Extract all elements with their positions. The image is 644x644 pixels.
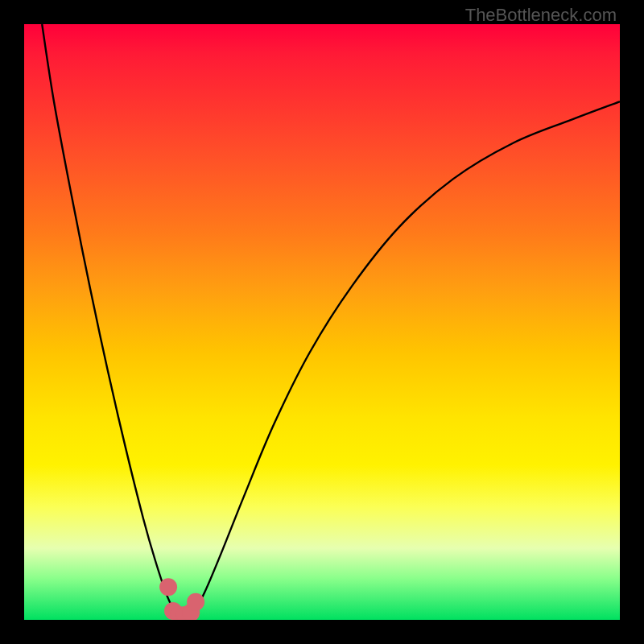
data-marker [187, 593, 204, 611]
chart-frame: TheBottleneck.com [0, 0, 644, 644]
attribution-text: TheBottleneck.com [465, 5, 617, 26]
data-marker [159, 578, 177, 596]
chart-svg [24, 24, 620, 620]
plot-area [24, 24, 620, 620]
curve-left [42, 24, 176, 614]
curve-right [191, 101, 620, 613]
marker-group [159, 578, 204, 620]
